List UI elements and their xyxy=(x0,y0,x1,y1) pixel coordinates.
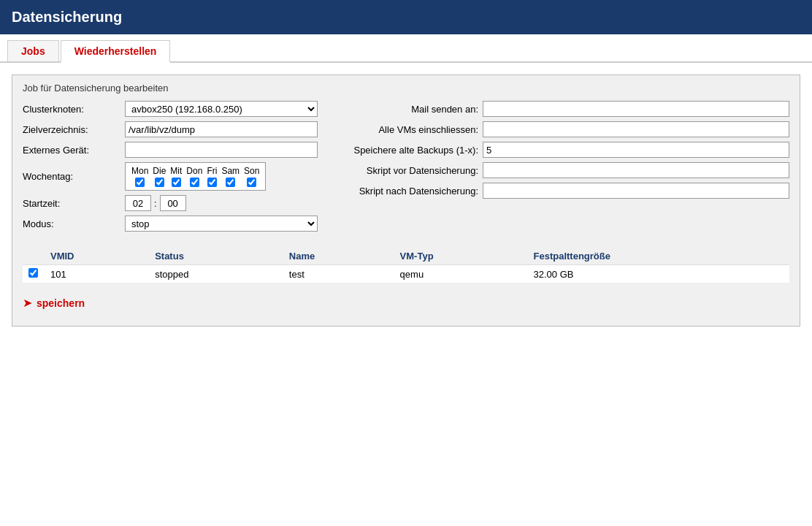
skript-vor-input[interactable] xyxy=(483,162,789,178)
weekday-mit: Mit xyxy=(170,166,182,187)
externes-geraet-input[interactable] xyxy=(125,142,318,158)
startzeit-label: Startzeit: xyxy=(23,198,125,209)
row-festplatten: 32.00 GB xyxy=(528,265,790,283)
form-left-col: Clusterknoten: avbox250 (192.168.0.250) … xyxy=(23,101,318,236)
col-festplatten-header: Festpalttengröße xyxy=(528,248,790,265)
zielverzeichnis-input[interactable] xyxy=(125,121,318,137)
weekday-son: Son xyxy=(244,166,259,187)
page-title: Datensicherung xyxy=(12,9,122,25)
col-vmid-header: VMID xyxy=(45,248,149,265)
tabs-container: Jobs Wiederherstellen xyxy=(0,34,812,63)
col-name-header: Name xyxy=(283,248,394,265)
startzeit-hour-input[interactable] xyxy=(125,195,151,211)
col-status-header: Status xyxy=(149,248,283,265)
zielverzeichnis-row: Zielverzeichnis: xyxy=(23,121,318,137)
mail-label: Mail senden an: xyxy=(332,104,478,115)
form-box: Job für Datensicherung bearbeiten Cluste… xyxy=(12,75,800,327)
skript-vor-label: Skript vor Datensicherung: xyxy=(332,165,478,176)
wochentag-row: Wochentag: Mon Die Mit xyxy=(23,162,318,191)
zielverzeichnis-label: Zielverzeichnis: xyxy=(23,124,125,135)
form-box-title: Job für Datensicherung bearbeiten xyxy=(23,83,789,94)
skript-nach-input[interactable] xyxy=(483,183,789,199)
alle-vms-row: Alle VMs einschliessen: xyxy=(332,121,789,137)
vm-table: VMID Status Name VM-Typ Festpalttengröße… xyxy=(23,248,789,283)
form-right-col: Mail senden an: Alle VMs einschliessen: … xyxy=(332,101,789,236)
weekday-fri: Fri xyxy=(207,166,217,187)
clusterknoten-label: Clusterknoten: xyxy=(23,104,125,115)
main-content: Job für Datensicherung bearbeiten Cluste… xyxy=(0,70,812,341)
skript-vor-row: Skript vor Datensicherung: xyxy=(332,162,789,178)
row-name: test xyxy=(283,265,394,283)
mail-row: Mail senden an: xyxy=(332,101,789,117)
table-header-row: VMID Status Name VM-Typ Festpalttengröße xyxy=(23,248,789,265)
row-checkbox-cell xyxy=(23,265,45,283)
modus-row: Modus: stop suspend snapshot xyxy=(23,216,318,232)
save-button[interactable]: speichern xyxy=(37,297,85,309)
save-arrow-icon: ➤ xyxy=(23,296,32,310)
row-checkbox[interactable] xyxy=(28,268,38,278)
form-two-col: Clusterknoten: avbox250 (192.168.0.250) … xyxy=(23,101,789,236)
row-vmid: 101 xyxy=(45,265,149,283)
time-group: : xyxy=(125,195,186,211)
tab-wiederherstellen[interactable]: Wiederherstellen xyxy=(61,40,171,63)
weekday-group: Mon Die Mit Don xyxy=(125,162,266,191)
modus-select[interactable]: stop suspend snapshot xyxy=(125,216,318,232)
col-checkbox-header xyxy=(23,248,45,265)
weekday-don: Don xyxy=(186,166,202,187)
weekday-sam: Sam xyxy=(221,166,240,187)
externes-geraet-label: Externes Gerät: xyxy=(23,145,125,156)
weekday-die: Die xyxy=(153,166,166,187)
modus-label: Modus: xyxy=(23,218,125,229)
weekday-fri-checkbox[interactable] xyxy=(207,178,217,187)
save-row: ➤ speichern xyxy=(23,290,789,316)
tab-jobs[interactable]: Jobs xyxy=(7,40,59,61)
alle-vms-label: Alle VMs einschliessen: xyxy=(332,124,478,135)
page-header: Datensicherung xyxy=(0,0,812,34)
clusterknoten-select[interactable]: avbox250 (192.168.0.250) xyxy=(125,101,318,117)
row-status: stopped xyxy=(149,265,283,283)
row-vmtyp: qemu xyxy=(394,265,528,283)
weekday-die-checkbox[interactable] xyxy=(155,178,164,187)
externes-geraet-row: Externes Gerät: xyxy=(23,142,318,158)
weekday-sam-checkbox[interactable] xyxy=(226,178,235,187)
wochentag-label: Wochentag: xyxy=(23,171,125,182)
skript-nach-label: Skript nach Datensicherung: xyxy=(332,186,478,197)
mail-input[interactable] xyxy=(483,101,789,117)
alte-backups-row: Speichere alte Backups (1-x): xyxy=(332,142,789,158)
weekday-mon-checkbox[interactable] xyxy=(135,178,145,187)
weekday-don-checkbox[interactable] xyxy=(190,178,199,187)
table-row: 101 stopped test qemu 32.00 GB xyxy=(23,265,789,283)
startzeit-row: Startzeit: : xyxy=(23,195,318,211)
alle-vms-input[interactable] xyxy=(483,121,789,137)
skript-nach-row: Skript nach Datensicherung: xyxy=(332,183,789,199)
startzeit-minute-input[interactable] xyxy=(160,195,186,211)
weekday-mit-checkbox[interactable] xyxy=(172,178,181,187)
weekday-mon: Mon xyxy=(131,166,148,187)
clusterknoten-row: Clusterknoten: avbox250 (192.168.0.250) xyxy=(23,101,318,117)
alte-backups-input[interactable] xyxy=(483,142,789,158)
col-vmtyp-header: VM-Typ xyxy=(394,248,528,265)
weekday-son-checkbox[interactable] xyxy=(247,178,256,187)
alte-backups-label: Speichere alte Backups (1-x): xyxy=(332,145,478,156)
vm-table-container: VMID Status Name VM-Typ Festpalttengröße… xyxy=(23,248,789,283)
